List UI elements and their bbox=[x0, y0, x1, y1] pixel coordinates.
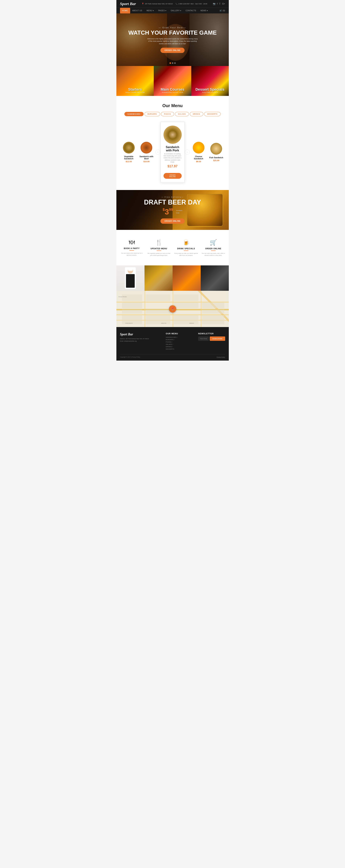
vegetable-sandwich-image bbox=[123, 142, 135, 154]
google-plus-icon[interactable]: G+ bbox=[222, 3, 225, 5]
feature-updated-menu: 🍴 UPDATED MENU We regularly update our m… bbox=[147, 239, 171, 256]
order-online-title: ORDER ONLINE bbox=[201, 248, 225, 250]
footer-newsletter-title: NEWSLETTER bbox=[198, 333, 225, 335]
footer-link-desserts[interactable]: DESSERTS bbox=[166, 348, 193, 350]
cat-dessert-subtitle: Every Friday Only $0.99 bbox=[202, 92, 218, 93]
map-pin[interactable]: 📍 bbox=[169, 305, 176, 313]
nav-gallery[interactable]: GALLERY ▾ bbox=[168, 8, 184, 13]
cat-dessert[interactable]: Dessert Specials Every Friday Only $0.99 bbox=[191, 66, 229, 96]
menu-section-title: Our Menu bbox=[120, 103, 225, 108]
tab-salads[interactable]: SALADS bbox=[175, 112, 189, 116]
menu-item-fish[interactable]: Fish Sandwich $25.00 bbox=[208, 141, 225, 163]
nav-contacts[interactable]: CONTACTS bbox=[184, 8, 198, 13]
map-label-dyker: DYKER HEIGHTS bbox=[125, 323, 133, 324]
menu-item-pork-featured[interactable]: Sandwich with Pork A combination of roas… bbox=[160, 122, 185, 183]
phone-icon: 📞 bbox=[176, 3, 178, 5]
updated-menu-title: UPDATED MENU bbox=[147, 248, 171, 250]
twitter-icon[interactable]: 𝕋 bbox=[219, 3, 221, 5]
hero-cta-button[interactable]: ORDER ONLINE bbox=[160, 48, 185, 53]
beef-sandwich-name: Sandwich with Beef bbox=[139, 155, 154, 160]
footer-link-drinks[interactable]: DRINKS / bbox=[166, 346, 193, 347]
map-label-midwood: MIDWOOD bbox=[189, 323, 194, 324]
gallery-chef bbox=[116, 266, 145, 291]
beer-includes: + Sandwich + Drink bbox=[175, 210, 182, 214]
menu-prev-arrow[interactable]: ‹ bbox=[155, 150, 160, 155]
beer-price: $399 bbox=[163, 208, 173, 216]
cheese-sandwich-name: Cheese Sandwich bbox=[192, 155, 206, 160]
cheese-sandwich-price: $9.50 bbox=[192, 160, 206, 163]
beer-banner: Free Delivery DRAFT BEER DAY $399 + Sand… bbox=[116, 190, 229, 230]
menu-item-cheese[interactable]: Cheese Sandwich $9.50 bbox=[190, 140, 208, 164]
cat-starters[interactable]: Starters Burger + French Fries + Drink bbox=[116, 66, 154, 96]
footer-link-salads[interactable]: SALADS / bbox=[166, 344, 193, 345]
beer-price-row: $399 + Sandwich + Drink bbox=[144, 208, 201, 216]
hero-dot-2[interactable] bbox=[172, 62, 173, 64]
nav-home[interactable]: HOME bbox=[120, 8, 130, 13]
pork-sandwich-image bbox=[163, 126, 182, 144]
hero-description: Welcome to the highly anticipated sports… bbox=[147, 38, 198, 45]
tab-pizzas[interactable]: PIZZAS bbox=[161, 112, 174, 116]
tab-drinks[interactable]: DRINKS bbox=[190, 112, 203, 116]
instagram-icon[interactable]: 📷 bbox=[213, 3, 216, 5]
newsletter-email-input[interactable] bbox=[198, 337, 209, 341]
menu-items-list: Vegetable Sandwich $12.50 Sandwich with … bbox=[120, 122, 225, 183]
header-contact: 📍 287 Park Avenue New York, NY 90210 📞 1… bbox=[142, 3, 207, 5]
footer: Sport Bar Address: 287 Park Avenue New Y… bbox=[116, 327, 229, 361]
menu-item-vegetable[interactable]: Vegetable Sandwich $12.50 bbox=[120, 140, 138, 164]
footer-menu-col: OUR MENU SANDWICHES / BURGERS / PIZZAS /… bbox=[166, 333, 193, 351]
header: Sport Bar 📍 287 Park Avenue New York, NY… bbox=[116, 0, 229, 8]
nav-about[interactable]: ABOUT US bbox=[130, 8, 145, 13]
menu-section: Our Menu SANDWICHES BURGERS PIZZAS SALAD… bbox=[116, 96, 229, 190]
cat-dessert-overlay: Dessert Specials Every Friday Only $0.99 bbox=[191, 66, 229, 96]
nav-menu[interactable]: MENU ▾ bbox=[144, 8, 156, 13]
copyright-text: Copyright © 2017 | Privacy Policy bbox=[120, 356, 140, 358]
footer-link-pizzas[interactable]: PIZZAS / bbox=[166, 341, 193, 343]
privacy-policy-link[interactable]: Privacy Policy bbox=[217, 356, 225, 358]
nav-pages[interactable]: PAGES ▾ bbox=[156, 8, 168, 13]
footer-address: Address: 287 Park Avenue New York, NY 90… bbox=[120, 338, 160, 340]
footer-newsletter-col: NEWSLETTER SUBSCRIBE bbox=[198, 333, 225, 351]
fish-sandwich-name: Fish Sandwich bbox=[209, 156, 223, 159]
order-online-underline bbox=[211, 251, 216, 251]
cat-main-overlay: Main Courses Available Every Day 9:00 - … bbox=[154, 66, 191, 96]
features-section: 🍽 BOOK A PARTY You can reserve the whole… bbox=[116, 230, 229, 266]
footer-content: Sport Bar Address: 287 Park Avenue New Y… bbox=[120, 333, 225, 351]
footer-bottom: Copyright © 2017 | Privacy Policy Privac… bbox=[120, 354, 225, 358]
vegetable-sandwich-name: Vegetable Sandwich bbox=[122, 155, 136, 160]
updated-menu-icon: 🍴 bbox=[147, 239, 171, 246]
cat-main[interactable]: Main Courses Available Every Day 9:00 - … bbox=[154, 66, 191, 96]
footer-menu-title: OUR MENU bbox=[166, 333, 193, 335]
tab-desserts[interactable]: DESSERTS bbox=[204, 112, 221, 116]
beer-order-button[interactable]: ORDER ONLINE bbox=[160, 218, 185, 224]
gallery-beer-tap bbox=[201, 266, 229, 291]
cat-dessert-title: Dessert Specials bbox=[195, 87, 224, 92]
drink-specials-icon: 🍺 bbox=[175, 239, 198, 246]
menu-tabs: SANDWICHES BURGERS PIZZAS SALADS DRINKS … bbox=[120, 112, 225, 116]
newsletter-subscribe-button[interactable]: SUBSCRIBE bbox=[210, 337, 225, 341]
updated-menu-underline bbox=[157, 251, 161, 251]
map-section: DYKER HEIGHTS MAPLETON MIDWOOD Borough o… bbox=[116, 291, 229, 327]
menu-next-arrow[interactable]: › bbox=[185, 150, 190, 155]
hero-dot-3[interactable] bbox=[174, 62, 176, 64]
footer-link-sandwiches[interactable]: SANDWICHES / bbox=[166, 337, 193, 338]
cat-starters-title: Starters bbox=[128, 87, 142, 92]
category-cards: Starters Burger + French Fries + Drink M… bbox=[116, 66, 229, 96]
map-label-mapleton: MAPLETON bbox=[161, 323, 166, 324]
footer-logo-section: Sport Bar Address: 287 Park Avenue New Y… bbox=[120, 333, 160, 351]
nav-news[interactable]: NEWS ▾ bbox=[198, 8, 210, 13]
beer-price-dollars: 3 bbox=[165, 208, 169, 216]
order-online-desc: You can order any snack, dish, drink or … bbox=[201, 252, 225, 256]
hero-dot-1[interactable] bbox=[169, 62, 171, 64]
menu-item-beef[interactable]: Sandwich with Beef $10.99 bbox=[137, 140, 155, 164]
social-links[interactable]: 📷 f 𝕋 G+ bbox=[213, 3, 225, 5]
footer-link-burgers[interactable]: BURGERS / bbox=[166, 339, 193, 340]
tab-burgers[interactable]: BURGERS bbox=[145, 112, 160, 116]
facebook-icon[interactable]: f bbox=[217, 3, 218, 5]
cat-main-title: Main Courses bbox=[161, 87, 184, 92]
logo-text: Sport Bar bbox=[120, 1, 136, 6]
pork-order-button[interactable]: ORDER ONLINE bbox=[163, 173, 182, 179]
cart-icon[interactable]: 🛒 (0) bbox=[220, 9, 225, 12]
order-online-icon: 🛒 bbox=[201, 239, 225, 246]
tab-sandwiches[interactable]: SANDWICHES bbox=[124, 112, 144, 116]
main-nav: HOME ABOUT US MENU ▾ PAGES ▾ GALLERY ▾ C… bbox=[116, 8, 229, 13]
